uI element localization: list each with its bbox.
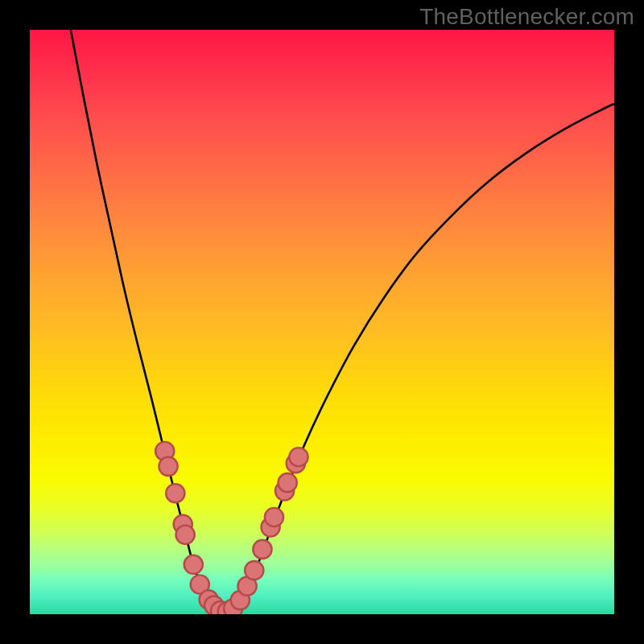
plot-area: [30, 30, 614, 614]
data-marker: [279, 473, 297, 492]
chart-svg: [30, 30, 614, 614]
data-marker: [289, 448, 308, 466]
data-marker: [159, 457, 177, 476]
data-marker: [245, 561, 263, 580]
data-marker: [176, 526, 195, 544]
data-marker: [166, 484, 184, 502]
data-marker: [253, 540, 271, 559]
data-marker: [265, 508, 283, 526]
chart-stage: TheBottlenecker.com: [0, 0, 644, 644]
watermark-text: TheBottlenecker.com: [419, 4, 634, 30]
bottleneck-curve: [71, 30, 614, 612]
marker-group: [155, 442, 308, 614]
data-marker: [184, 555, 203, 574]
